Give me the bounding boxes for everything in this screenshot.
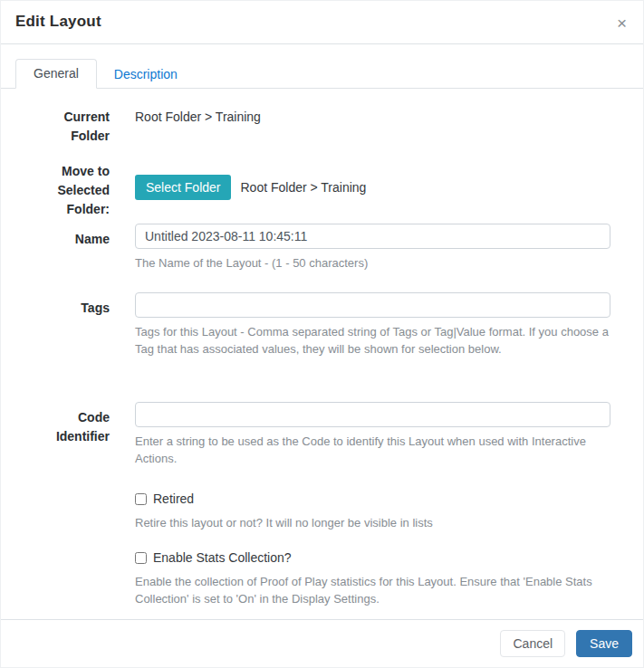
cancel-button[interactable]: Cancel [500,630,565,657]
edit-layout-modal: Edit Layout × General Description Curren… [0,0,644,668]
retired-row: Retired Retire this layout or not? It wi… [44,491,610,531]
current-folder-row: Current Folder Root Folder > Training [44,108,610,146]
edit-layout-form: Current Folder Root Folder > Training Mo… [1,89,643,607]
tags-row: Tags Tags for this Layout - Comma separa… [44,292,610,358]
tab-bar: General Description [1,44,643,89]
current-folder-label: Current Folder [44,108,110,146]
code-identifier-input[interactable] [135,402,610,427]
stats-collection-label: Enable Stats Collection? [153,549,292,566]
tags-help-text: Tags for this Layout - Comma separated s… [135,323,610,358]
code-identifier-row: Code Identifier Enter a string to be use… [44,402,610,467]
close-icon[interactable]: × [613,13,630,33]
name-input[interactable] [135,224,610,249]
move-folder-label: Move to Selected Folder: [44,156,110,219]
name-help-text: The Name of the Layout - (1 - 50 charact… [135,254,610,272]
modal-title: Edit Layout [15,13,101,31]
save-button[interactable]: Save [576,630,632,657]
stats-checkbox-wrap: Enable Stats Collection? [135,549,610,566]
move-folder-row: Move to Selected Folder: Select Folder R… [44,156,610,219]
stats-collection-checkbox[interactable] [135,552,147,564]
tags-input[interactable] [135,292,610,318]
selected-folder-path: Root Folder > Training [240,178,366,197]
name-row: Name The Name of the Layout - (1 - 50 ch… [44,224,610,272]
tab-general[interactable]: General [15,59,97,89]
select-folder-button[interactable]: Select Folder [135,175,231,200]
modal-header: Edit Layout × [1,1,643,44]
retired-checkbox[interactable] [135,493,147,505]
modal-footer: Cancel Save [1,619,643,667]
code-identifier-label: Code Identifier [44,402,110,467]
retired-checkbox-wrap: Retired [135,491,610,507]
code-identifier-help-text: Enter a string to be used as the Code to… [135,433,610,467]
retired-label: Retired [153,491,194,507]
tags-label: Tags [44,292,110,358]
stats-collection-help-text: Enable the collection of Proof of Play s… [135,573,610,607]
tab-description[interactable]: Description [97,61,195,89]
stats-collection-row: Enable Stats Collection? Enable the coll… [44,549,610,607]
name-label: Name [44,224,110,272]
retired-help-text: Retire this layout or not? It will no lo… [135,514,610,531]
current-folder-value: Root Folder > Training [135,108,610,146]
